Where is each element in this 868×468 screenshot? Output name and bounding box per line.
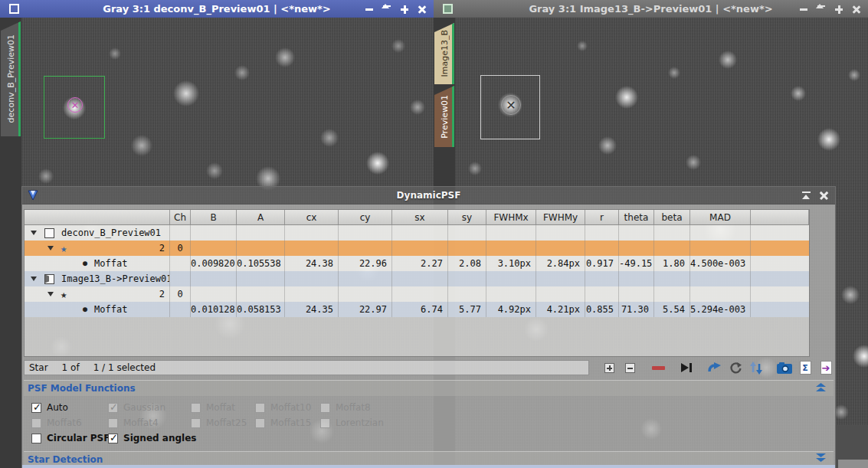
view-tab-image13[interactable]: Image13_B <box>434 23 454 84</box>
minimize-icon[interactable] <box>798 4 809 15</box>
delete-star-icon[interactable] <box>650 360 666 375</box>
psf-star-marker[interactable]: ✕ <box>501 95 521 115</box>
checkbox-icon <box>320 403 330 413</box>
psf-star-marker-selected[interactable]: ✕ <box>67 97 83 113</box>
col-header-cx[interactable]: cx <box>285 210 339 224</box>
status-selection: 1 / 1 selected <box>93 362 156 373</box>
table-row-group[interactable]: deconv_B_Preview01 <box>25 225 809 241</box>
minimize-icon[interactable] <box>364 4 375 15</box>
close-icon[interactable] <box>417 4 427 15</box>
status-position: 1 of <box>62 362 80 373</box>
view-tab-preview01[interactable]: Preview01 <box>434 86 454 147</box>
fit-function-label: Moffat <box>94 256 127 271</box>
checkbox-moffat8[interactable]: Moffat8 <box>320 401 371 414</box>
export-csv-icon[interactable]: ➔ <box>818 360 834 375</box>
col-header-sx[interactable]: sx <box>392 210 448 224</box>
image-icon[interactable] <box>44 228 54 238</box>
dialog-titlebar[interactable]: DynamicPSF <box>22 187 835 205</box>
psf-model-functions-section-header[interactable]: PSF Model Functions <box>24 380 834 396</box>
checkbox-lorentzian[interactable]: Lorentzian <box>320 417 384 429</box>
star-detection-section-header[interactable]: Star Detection <box>24 451 834 466</box>
cell-A: 0.058153 <box>237 302 285 317</box>
left-window-titlebar[interactable]: Gray 3:1 deconv_B_Preview01 | <*new*> <box>0 0 434 18</box>
dynamicpsf-dialog[interactable]: DynamicPSF Ch B A cx cy sx sy FWHMx <box>21 186 836 468</box>
bullet-icon: ● <box>83 256 87 271</box>
checkbox-moffat[interactable]: Moffat <box>191 401 235 414</box>
expander-icon[interactable] <box>47 246 54 250</box>
checkbox-auto[interactable]: Auto <box>31 401 68 414</box>
bullet-icon: ● <box>83 302 87 317</box>
checkbox-icon <box>108 418 118 428</box>
cell-cy: 22.96 <box>339 256 392 271</box>
checkbox-icon <box>191 403 201 413</box>
table-row-star[interactable]: ★ 2 0 <box>25 286 809 302</box>
expand-section-icon[interactable] <box>816 453 826 465</box>
checkbox-circular-psf[interactable]: Circular PSF <box>31 432 110 444</box>
image-window-icon <box>9 4 19 14</box>
table-row-fit[interactable]: ● Moffat 0.009820 0.105538 24.38 22.96 2… <box>25 256 809 271</box>
shade-icon[interactable] <box>816 4 827 15</box>
col-header-cy[interactable]: cy <box>339 210 392 224</box>
checkbox-moffat25[interactable]: Moffat25 <box>191 417 247 429</box>
fit-function-label: Moffat <box>94 302 127 317</box>
checkbox-moffat10[interactable]: Moffat10 <box>255 401 311 414</box>
col-header[interactable] <box>751 210 809 224</box>
zoom-fit-icon[interactable] <box>834 4 844 15</box>
shade-icon[interactable] <box>382 4 392 15</box>
close-icon[interactable] <box>851 4 862 15</box>
col-header-theta[interactable]: theta <box>619 210 654 224</box>
close-icon[interactable] <box>819 191 829 201</box>
checkbox-icon <box>191 418 201 428</box>
expander-icon[interactable] <box>31 277 37 281</box>
shade-icon[interactable] <box>801 191 811 201</box>
track-star-icon[interactable] <box>679 360 694 375</box>
checkbox-signed-angles[interactable]: Signed angles <box>108 432 196 444</box>
view-tab-label: Preview01 <box>440 95 450 139</box>
col-header-fwhmx[interactable]: FWHMx <box>486 210 536 224</box>
collapse-section-icon[interactable] <box>816 383 826 394</box>
checkbox-icon <box>31 418 41 428</box>
star-count: 2 <box>159 286 169 302</box>
table-row-fit[interactable]: ● Moffat 0.010128 0.058153 24.35 22.97 6… <box>25 302 809 317</box>
table-row-group[interactable]: Image13_B->Preview01 <box>25 271 809 286</box>
cell-cy: 22.97 <box>339 302 392 317</box>
checkbox-gaussian[interactable]: Gaussian <box>108 401 165 414</box>
cell-fwhmx: 4.92px <box>486 302 536 317</box>
col-header-r[interactable]: r <box>585 210 619 224</box>
export-synthetic-psf-icon[interactable]: Σ <box>798 360 813 375</box>
expander-icon[interactable] <box>31 231 37 235</box>
scrollbar-corner <box>838 460 868 468</box>
left-view-selector-strip: deconv_B_Preview01 <box>0 18 21 468</box>
col-header-fwhmy[interactable]: FWHMy <box>536 210 585 224</box>
checkbox-icon <box>255 403 265 413</box>
recalculate-icon[interactable] <box>728 360 743 375</box>
regenerate-icon[interactable] <box>707 360 722 375</box>
view-tab-deconv-preview[interactable]: deconv_B_Preview01 <box>1 21 21 136</box>
col-header-beta[interactable]: beta <box>654 210 690 224</box>
col-header-a[interactable]: A <box>237 210 285 224</box>
col-header[interactable] <box>25 210 170 224</box>
export-image-icon[interactable] <box>777 360 792 375</box>
table-row-star-selected[interactable]: ★ 2 0 <box>25 241 809 256</box>
table-header-row: Ch B A cx cy sx sy FWHMx FWHMy r theta b… <box>25 210 809 225</box>
image-window-icon <box>443 4 453 14</box>
collapse-all-icon[interactable] <box>622 360 637 375</box>
cell-beta: 5.54 <box>654 302 690 317</box>
col-header-ch[interactable]: Ch <box>170 210 191 224</box>
col-header-sy[interactable]: sy <box>448 210 486 224</box>
psf-collections-table[interactable]: Ch B A cx cy sx sy FWHMx FWHMy r theta b… <box>24 209 810 357</box>
collection-label: deconv_B_Preview01 <box>61 225 161 241</box>
expander-icon[interactable] <box>47 292 54 296</box>
zoom-fit-icon[interactable] <box>399 4 410 15</box>
checkbox-moffat15[interactable]: Moffat15 <box>255 417 311 429</box>
checkbox-moffat4[interactable]: Moffat4 <box>108 417 159 429</box>
expand-all-icon[interactable] <box>601 360 617 375</box>
sort-stars-icon[interactable] <box>748 360 764 375</box>
preview-image-icon[interactable] <box>44 274 54 284</box>
col-header-mad[interactable]: MAD <box>690 210 751 224</box>
right-window-titlebar[interactable]: Gray 3:1 Image13_B->Preview01 | <*new*> <box>434 0 868 18</box>
checkbox-moffat6[interactable]: Moffat6 <box>31 417 82 429</box>
cell-r: 0.855 <box>585 302 619 317</box>
col-header-b[interactable]: B <box>191 210 237 224</box>
cell-sx: 6.74 <box>392 302 448 317</box>
